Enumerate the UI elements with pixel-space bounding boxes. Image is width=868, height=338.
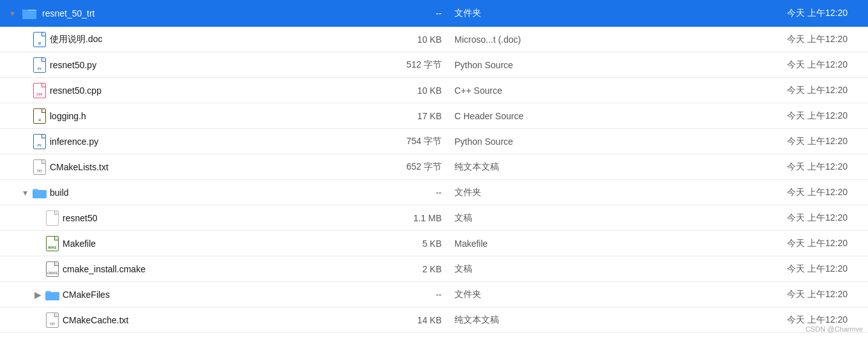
file-size: 14 KB: [378, 315, 454, 325]
file-name-label: CMakeCache.txt: [63, 315, 128, 325]
table-row[interactable]: py resnet50.py 512 字节 Python Source 今天 上…: [0, 52, 868, 78]
table-row[interactable]: cpp resnet50.cpp 10 KB C++ Source 今天 上午1…: [0, 78, 868, 103]
folder-icon: [45, 287, 60, 302]
file-name-label: resnet50.py: [50, 60, 96, 70]
svg-rect-5: [45, 292, 59, 300]
file-size: 10 KB: [378, 85, 454, 96]
file-date: 今天 上午12:20: [601, 263, 860, 275]
file-size: --: [378, 290, 454, 300]
table-row[interactable]: py inference.py 754 字节 Python Source 今天 …: [0, 129, 868, 154]
file-name-label: Makefile: [63, 239, 96, 249]
header-row[interactable]: ▾ resnet_50_trt -- 文件夹 今天 上午12:20: [0, 0, 868, 27]
chevron-icon[interactable]: ▶: [33, 290, 42, 299]
file-name: py resnet50.py: [8, 57, 378, 73]
file-kind: 文件夹: [454, 289, 601, 300]
table-row[interactable]: W 使用说明.doc 10 KB Microsо...t (.doc) 今天 上…: [0, 27, 868, 52]
file-name-label: cmake_install.cmake: [63, 264, 146, 274]
file-name: py inference.py: [8, 134, 378, 149]
file-kind: Microsо...t (.doc): [454, 34, 601, 45]
header-folder-icon: [22, 6, 37, 21]
chevron-icon[interactable]: ▾: [20, 188, 29, 197]
file-name-label: inference.py: [50, 136, 98, 147]
file-name: make Makefile: [8, 236, 378, 251]
table-row[interactable]: ▶ CMakeFiles -- 文件夹 今天 上午12:20: [0, 282, 868, 307]
file-date: 今天 上午12:20: [601, 59, 860, 71]
file-kind: C Header Source: [454, 111, 601, 121]
file-icon: W: [32, 32, 47, 47]
table-row[interactable]: txt CMakeLists.txt 652 字节 纯文本文稿 今天 上午12:…: [0, 154, 868, 180]
file-kind: Makefile: [454, 239, 601, 249]
file-date: 今天 上午12:20: [601, 314, 860, 326]
file-date: 今天 上午12:20: [601, 187, 860, 198]
file-date: 今天 上午12:20: [601, 238, 860, 249]
table-row[interactable]: h logging.h 17 KB C Header Source 今天 上午1…: [0, 103, 868, 129]
file-name-label: CMakeLists.txt: [50, 162, 108, 172]
table-row[interactable]: cmake cmake_install.cmake 2 KB 文稿 今天 上午1…: [0, 256, 868, 282]
file-icon: h: [32, 108, 47, 124]
file-date: 今天 上午12:20: [601, 136, 860, 147]
folder-icon: [32, 185, 47, 200]
header-date: 今天 上午12:20: [601, 8, 860, 19]
watermark: CSDN @Charmve: [805, 325, 863, 333]
file-name-label: CMakeFiles: [63, 290, 110, 300]
file-name-label: logging.h: [50, 111, 86, 121]
file-name: ▾ build: [8, 185, 378, 200]
file-size: 754 字节: [378, 136, 454, 147]
file-date: 今天 上午12:20: [601, 161, 860, 173]
file-browser: ▾ resnet_50_trt -- 文件夹 今天 上午12:20 W 使用说明…: [0, 0, 868, 338]
file-name-label: build: [50, 187, 69, 198]
file-icon: make: [45, 236, 60, 251]
file-size: 10 KB: [378, 34, 454, 45]
file-size: 2 KB: [378, 264, 454, 274]
file-name-label: 使用说明.doc: [50, 34, 102, 45]
table-row[interactable]: txt CMakeCache.txt 14 KB 纯文本文稿 今天 上午12:2…: [0, 307, 868, 333]
rows-container: W 使用说明.doc 10 KB Microsо...t (.doc) 今天 上…: [0, 27, 868, 333]
file-name-label: resnet50.cpp: [50, 85, 101, 96]
file-icon: txt: [32, 159, 47, 175]
file-icon: txt: [45, 312, 60, 328]
file-kind: 纯文本文稿: [454, 161, 601, 173]
file-name: resnet50: [8, 210, 378, 226]
file-icon: py: [32, 57, 47, 73]
file-icon: cmake: [45, 261, 60, 277]
file-kind: 纯文本文稿: [454, 314, 601, 326]
header-title: resnet_50_trt: [42, 8, 95, 18]
file-kind: Python Source: [454, 136, 601, 147]
file-size: 17 KB: [378, 111, 454, 121]
file-size: 512 字节: [378, 59, 454, 71]
file-kind: 文稿: [454, 212, 601, 224]
file-kind: 文件夹: [454, 187, 601, 198]
file-date: 今天 上午12:20: [601, 110, 860, 122]
file-icon: [45, 210, 60, 226]
file-name: txt CMakeCache.txt: [8, 312, 378, 328]
table-row[interactable]: make Makefile 5 KB Makefile 今天 上午12:20: [0, 231, 868, 256]
file-icon: cpp: [32, 83, 47, 98]
file-name: W 使用说明.doc: [8, 32, 378, 47]
file-name: ▶ CMakeFiles: [8, 287, 378, 302]
header-chevron: ▾: [8, 9, 17, 18]
file-kind: Python Source: [454, 60, 601, 70]
file-size: 652 字节: [378, 161, 454, 173]
file-name: cpp resnet50.cpp: [8, 83, 378, 98]
file-date: 今天 上午12:20: [601, 85, 860, 96]
file-name: cmake cmake_install.cmake: [8, 261, 378, 277]
file-name-label: resnet50: [63, 213, 97, 223]
file-size: --: [378, 187, 454, 198]
table-row[interactable]: resnet50 1.1 MB 文稿 今天 上午12:20: [0, 205, 868, 231]
file-name: h logging.h: [8, 108, 378, 124]
table-row[interactable]: ▾ build -- 文件夹 今天 上午12:20: [0, 180, 868, 205]
header-size: --: [378, 8, 454, 18]
file-name: txt CMakeLists.txt: [8, 159, 378, 175]
file-icon: py: [32, 134, 47, 149]
svg-rect-1: [22, 11, 36, 19]
header-kind: 文件夹: [454, 8, 601, 19]
file-size: 1.1 MB: [378, 213, 454, 223]
file-kind: 文稿: [454, 263, 601, 275]
file-date: 今天 上午12:20: [601, 289, 860, 300]
file-date: 今天 上午12:20: [601, 212, 860, 224]
file-date: 今天 上午12:20: [601, 34, 860, 45]
header-name-col: ▾ resnet_50_trt: [8, 6, 378, 21]
svg-rect-3: [33, 190, 47, 198]
file-size: 5 KB: [378, 239, 454, 249]
file-kind: C++ Source: [454, 85, 601, 96]
